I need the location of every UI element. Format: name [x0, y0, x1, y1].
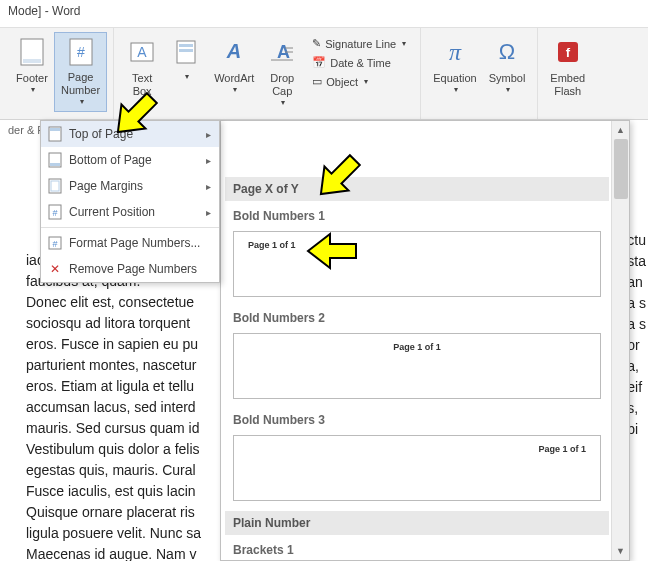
menu-remove-page-numbers[interactable]: ✕ Remove Page Numbers	[41, 256, 219, 282]
chevron-down-icon: ▾	[402, 39, 406, 48]
svg-text:#: #	[52, 208, 57, 218]
chevron-down-icon: ▾	[141, 98, 145, 108]
gallery-item-label: Bold Numbers 3	[225, 409, 609, 431]
current-position-icon: #	[47, 204, 63, 220]
submenu-arrow-icon: ▸	[206, 181, 211, 192]
symbol-icon: Ω	[491, 36, 523, 68]
gallery-item-bold-numbers-1[interactable]: Page 1 of 1	[233, 231, 601, 297]
chevron-down-icon: ▾	[185, 72, 189, 82]
page-number-gallery: Page X of Y Bold Numbers 1 Page 1 of 1 B…	[220, 120, 630, 561]
menu-current-position[interactable]: # Current Position ▸	[41, 199, 219, 225]
chevron-down-icon: ▾	[506, 85, 510, 95]
menu-page-margins[interactable]: Page Margins ▸	[41, 173, 219, 199]
chevron-down-icon: ▾	[31, 85, 35, 95]
embed-flash-button[interactable]: f Embed Flash	[544, 32, 591, 112]
svg-rect-7	[179, 44, 193, 47]
menu-top-of-page[interactable]: Top of Page ▸	[41, 121, 219, 147]
scroll-thumb[interactable]	[614, 139, 628, 199]
svg-text:#: #	[77, 44, 85, 60]
svg-text:A: A	[137, 44, 147, 60]
chevron-down-icon: ▾	[80, 97, 84, 107]
chevron-down-icon: ▾	[281, 98, 285, 108]
flash-icon: f	[552, 36, 584, 68]
wordart-button[interactable]: A WordArt▾	[208, 32, 260, 112]
window-title: Mode] - Word	[0, 0, 648, 28]
equation-button[interactable]: π Equation▾	[427, 32, 482, 112]
quick-parts-button[interactable]: ▾	[164, 32, 208, 112]
scroll-down-button[interactable]: ▼	[612, 542, 629, 560]
menu-format-page-numbers[interactable]: # Format Page Numbers...	[41, 230, 219, 256]
document-body-right-fragment: ctu sta an a s a s or a, eif s, bi	[627, 230, 646, 440]
signature-icon: ✎	[312, 37, 321, 50]
submenu-arrow-icon: ▸	[206, 129, 211, 140]
date-time-button[interactable]: 📅 Date & Time	[308, 53, 410, 72]
gallery-item-label: Brackets 1	[225, 539, 609, 561]
gallery-section-page-x-of-y: Page X of Y	[225, 177, 609, 201]
svg-text:f: f	[566, 45, 571, 60]
text-box-button[interactable]: A Text Box▾	[120, 32, 164, 112]
symbol-button[interactable]: Ω Symbol▾	[483, 32, 532, 112]
gallery-scrollbar[interactable]: ▲ ▼	[611, 121, 629, 560]
bottom-page-icon	[47, 152, 63, 168]
text-box-icon: A	[126, 36, 158, 68]
chevron-down-icon: ▾	[233, 85, 237, 95]
page-number-icon: #	[65, 37, 97, 67]
format-numbers-icon: #	[47, 235, 63, 251]
gallery-section-plain-number: Plain Number	[225, 511, 609, 535]
quick-parts-icon	[170, 36, 202, 68]
chevron-down-icon: ▾	[454, 85, 458, 95]
drop-cap-button[interactable]: A Drop Cap▾	[260, 32, 304, 112]
gallery-item-bold-numbers-2[interactable]: Page 1 of 1	[233, 333, 601, 399]
drop-cap-icon: A	[266, 36, 298, 68]
submenu-arrow-icon: ▸	[206, 207, 211, 218]
top-page-icon	[47, 126, 63, 142]
svg-rect-8	[179, 49, 193, 52]
menu-bottom-of-page[interactable]: Bottom of Page ▸	[41, 147, 219, 173]
signature-line-button[interactable]: ✎ Signature Line ▾	[308, 34, 410, 53]
submenu-arrow-icon: ▸	[206, 155, 211, 166]
chevron-down-icon: ▾	[364, 77, 368, 86]
svg-rect-17	[50, 128, 60, 131]
ribbon: Footer▾ # Page Number▾ A Text Box▾ ▾ A W…	[0, 28, 648, 120]
remove-x-icon: ✕	[47, 261, 63, 277]
object-button[interactable]: ▭ Object ▾	[308, 72, 410, 91]
footer-button[interactable]: Footer▾	[10, 32, 54, 112]
svg-text:#: #	[52, 239, 57, 249]
footer-icon	[16, 36, 48, 68]
object-icon: ▭	[312, 75, 322, 88]
margins-icon	[47, 178, 63, 194]
gallery-item-label: Bold Numbers 2	[225, 307, 609, 329]
scroll-up-button[interactable]: ▲	[612, 121, 629, 139]
equation-icon: π	[439, 36, 471, 68]
gallery-item-bold-numbers-3[interactable]: Page 1 of 1	[233, 435, 601, 501]
date-time-icon: 📅	[312, 56, 326, 69]
gallery-item-label: Bold Numbers 1	[225, 205, 609, 227]
page-number-dropdown: Top of Page ▸ Bottom of Page ▸ Page Marg…	[40, 120, 220, 283]
wordart-icon: A	[218, 36, 250, 68]
svg-text:A: A	[226, 40, 241, 62]
page-number-button[interactable]: # Page Number▾	[54, 32, 107, 112]
svg-rect-1	[23, 59, 41, 63]
svg-rect-19	[50, 163, 60, 166]
